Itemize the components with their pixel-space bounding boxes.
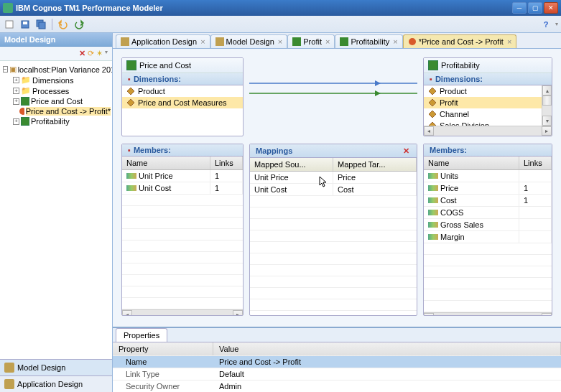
close-button[interactable]: ✕ xyxy=(544,2,558,14)
member-row[interactable]: Unit Price1 xyxy=(122,170,243,182)
col-name[interactable]: Name xyxy=(122,157,210,169)
target-members-hscroll[interactable]: ◂▸ xyxy=(424,312,552,316)
member-row[interactable]: Price1 xyxy=(424,182,552,195)
close-tab-icon[interactable]: × xyxy=(200,37,205,46)
col-value[interactable]: Value xyxy=(213,342,561,355)
editor-tabs: Application Design× Model Design× Profit… xyxy=(113,33,561,49)
source-members-hscroll[interactable]: ◂▸ xyxy=(122,309,243,316)
expand-icon[interactable]: + xyxy=(13,77,19,83)
collapse-icon[interactable]: − xyxy=(3,66,8,73)
col-name[interactable]: Name xyxy=(424,157,519,169)
close-tab-icon[interactable]: × xyxy=(507,37,511,46)
member-row[interactable]: Cost1 xyxy=(424,195,552,207)
new-button[interactable] xyxy=(3,18,16,31)
members-label: Members: xyxy=(134,146,171,154)
tree-root[interactable]: −▣localhost:Plan Variance 2010 xyxy=(3,64,111,75)
target-dim-profit[interactable]: Profit xyxy=(424,97,542,108)
source-cube-title: Price and Cost xyxy=(139,61,191,70)
svg-rect-7 xyxy=(21,117,29,126)
tree-item-processes[interactable]: +📁Processes xyxy=(13,85,111,96)
member-row[interactable]: Unit Cost1 xyxy=(122,182,243,195)
svg-rect-10 xyxy=(292,37,301,46)
tab-model-design[interactable]: Model Design× xyxy=(210,34,288,48)
tab-icon xyxy=(121,37,129,46)
mappings-label: Mappings xyxy=(256,146,292,155)
measure-icon xyxy=(428,197,438,203)
property-row-linktype[interactable]: Link TypeDefault xyxy=(113,368,561,380)
close-tab-icon[interactable]: × xyxy=(393,37,397,46)
refresh-icon[interactable]: ⟳ xyxy=(88,49,94,58)
minimize-button[interactable]: ─ xyxy=(512,2,527,14)
cursor-icon xyxy=(319,176,329,189)
new-icon[interactable]: ✶ xyxy=(96,49,103,58)
source-dim-product[interactable]: Product xyxy=(122,85,243,97)
measure-icon xyxy=(428,234,438,240)
measure-icon xyxy=(428,210,438,215)
tree-item-profitability[interactable]: +Profitability xyxy=(13,116,111,126)
tab-link-editor[interactable]: *Price and Cost -> Profit× xyxy=(403,34,517,48)
help-button[interactable]: ? xyxy=(539,18,552,31)
member-row[interactable]: Margin xyxy=(424,231,552,243)
expand-icon[interactable]: + xyxy=(13,88,19,94)
sidebar-tab-model[interactable]: Model Design xyxy=(0,359,112,375)
cube-icon xyxy=(21,117,29,126)
target-dims-scrollbar[interactable]: ▴▾ xyxy=(542,85,552,126)
target-dims-hscroll[interactable]: ◂▸ xyxy=(424,126,552,136)
target-dim-product[interactable]: Product xyxy=(424,85,542,97)
mappings-close-icon[interactable]: ✕ xyxy=(401,146,411,156)
svg-rect-5 xyxy=(21,97,29,106)
link-icon xyxy=(408,37,417,46)
save-button[interactable] xyxy=(19,18,32,31)
tab-profit[interactable]: Profit× xyxy=(287,34,335,48)
svg-rect-18 xyxy=(428,60,438,70)
maximize-button[interactable]: ▢ xyxy=(528,2,542,14)
folder-icon: 📁 xyxy=(21,86,31,95)
col-links[interactable]: Links xyxy=(519,157,552,169)
member-row[interactable]: Units xyxy=(424,170,552,182)
cube-icon xyxy=(21,97,29,106)
sidebar: Model Design ✕ ⟳ ✶ ▾ −▣localhost:Plan Va… xyxy=(0,33,113,392)
folder-icon: 📁 xyxy=(21,75,31,85)
target-dim-channel[interactable]: Channel xyxy=(424,108,542,120)
dimensions-label: Dimensions: xyxy=(435,75,483,83)
tree-item-dimensions[interactable]: +📁Dimensions xyxy=(13,75,111,85)
property-row-owner[interactable]: Security OwnerAdmin xyxy=(113,380,561,392)
expand-icon[interactable]: + xyxy=(13,118,19,125)
dimensions-label: Dimensions: xyxy=(134,75,181,83)
svg-marker-17 xyxy=(375,90,381,96)
sidebar-tab-application[interactable]: Application Design xyxy=(0,375,112,392)
col-links[interactable]: Links xyxy=(210,157,243,169)
measure-icon xyxy=(126,185,136,191)
svg-rect-4 xyxy=(39,22,45,29)
tab-application-design[interactable]: Application Design× xyxy=(116,34,210,48)
member-row[interactable]: COGS xyxy=(424,207,552,219)
dimension-icon xyxy=(126,98,135,107)
svg-rect-9 xyxy=(215,37,224,46)
expand-icon[interactable]: + xyxy=(13,98,19,105)
mapping-row[interactable]: Unit CostCost xyxy=(250,184,417,196)
undo-button[interactable] xyxy=(57,18,70,31)
property-row-name[interactable]: NamePrice and Cost -> Profit xyxy=(113,355,561,368)
tree-item-price-and-cost[interactable]: +Price and Cost xyxy=(13,96,111,106)
source-dim-measures[interactable]: Price and Cost Measures xyxy=(122,97,243,108)
properties-tab[interactable]: Properties xyxy=(116,328,167,342)
redo-button[interactable] xyxy=(73,18,85,31)
tree-item-link[interactable]: Price and Cost -> Profit* xyxy=(13,106,111,116)
col-mapped-target[interactable]: Mapped Tar... xyxy=(333,158,417,171)
col-mapped-source[interactable]: Mapped Sou... xyxy=(250,158,333,171)
save-all-button[interactable] xyxy=(34,18,47,31)
tab-profitability[interactable]: Profitability× xyxy=(335,34,402,48)
delete-icon[interactable]: ✕ xyxy=(79,49,85,58)
close-tab-icon[interactable]: × xyxy=(325,37,330,46)
mappings-panel: Mappings✕ Mapped Sou... Mapped Tar... Un… xyxy=(249,144,417,316)
dimension-icon xyxy=(428,87,437,95)
svg-rect-0 xyxy=(6,21,13,28)
col-property[interactable]: Property xyxy=(113,342,213,355)
model-tree[interactable]: −▣localhost:Plan Variance 2010 +📁Dimensi… xyxy=(0,61,112,359)
target-dim-sales[interactable]: Sales Division xyxy=(424,120,542,126)
mapping-row[interactable]: Unit PricePrice xyxy=(250,172,417,184)
svg-rect-8 xyxy=(121,37,129,46)
member-row[interactable]: Gross Sales xyxy=(424,219,552,231)
close-tab-icon[interactable]: × xyxy=(278,37,282,46)
svg-rect-13 xyxy=(126,60,136,70)
